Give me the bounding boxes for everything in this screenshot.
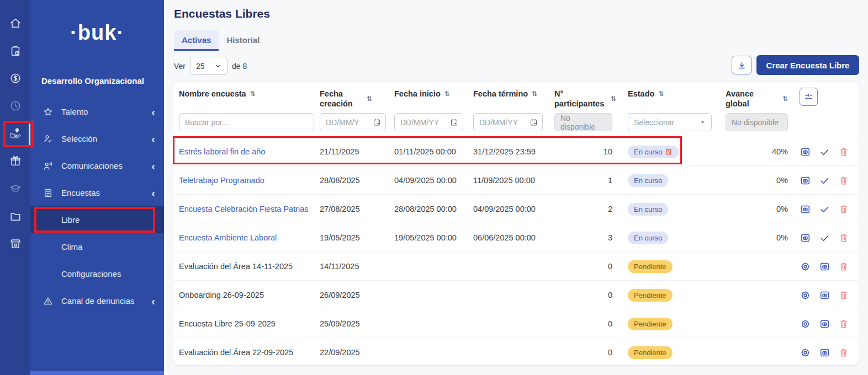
sidebar-item-seleccion[interactable]: Selección ‹ [30, 125, 164, 152]
delete-button[interactable] [838, 318, 849, 329]
delete-button[interactable] [838, 175, 849, 186]
date-input-start[interactable]: DD/MM/YY [394, 113, 463, 131]
check-button[interactable] [819, 175, 830, 186]
table-row[interactable]: Encuesta Celebración Fiesta Patrias 27/0… [173, 194, 859, 223]
survey-name-link: Teletrabajo Programado [179, 166, 314, 195]
sidebar-item-encuestas[interactable]: Encuestas ‹ [30, 179, 164, 206]
sidebar-scrollbar[interactable] [30, 371, 164, 375]
row-actions [800, 166, 849, 195]
delete-button[interactable] [838, 347, 849, 358]
settings-button[interactable] [800, 290, 811, 301]
table-row[interactable]: Evaluación del Área 14-11-2025 14/11/202… [173, 251, 859, 280]
sort-icon[interactable]: ⇅ [367, 95, 372, 103]
filter-participants: No disponible [554, 113, 612, 131]
sidebar-item-clima[interactable]: Clima [30, 233, 164, 260]
payroll-dollar-icon[interactable] [9, 72, 22, 85]
delete-button[interactable] [838, 232, 849, 243]
create-survey-button[interactable]: Crear Encuesta Libre [756, 55, 859, 75]
page-size-select[interactable]: 25 [190, 57, 227, 75]
preview-button[interactable] [819, 347, 830, 358]
state-cell: En curso [628, 137, 712, 166]
delete-button[interactable] [838, 290, 849, 301]
table-row[interactable]: Evaluación del Área 22-09-2025 22/09/202… [173, 338, 859, 366]
state-cell: En curso [628, 195, 712, 223]
chevron-left-icon: ‹ [151, 188, 155, 199]
progress-cell: 40% [726, 137, 788, 166]
column-header-end: Fecha término⇅ [473, 89, 543, 99]
calendar-icon [373, 118, 381, 126]
sort-icon[interactable]: ⇅ [658, 90, 664, 98]
sidebar-item-configuraciones[interactable]: Configuraciones [30, 260, 164, 287]
table-row[interactable]: Encuesta Ambiente Laboral 19/05/2025 19/… [173, 223, 859, 251]
delete-button[interactable] [838, 261, 849, 272]
sort-icon[interactable]: ⇅ [782, 95, 788, 103]
sidebar: ·buk· Desarrollo Organizacional Talento … [30, 0, 164, 375]
training-graduation-icon[interactable] [9, 182, 22, 195]
preview-button[interactable] [819, 261, 830, 272]
delete-button[interactable] [838, 203, 849, 215]
person-speaking-icon [43, 160, 54, 172]
table-row[interactable]: Teletrabajo Programado 28/08/2025 04/09/… [173, 165, 859, 194]
column-settings-button[interactable] [800, 88, 818, 106]
talent-hand-heart-icon[interactable] [9, 127, 22, 140]
settings-button[interactable] [800, 347, 811, 358]
date-input-created[interactable]: DD/MM/Y [320, 113, 386, 131]
table-row[interactable]: Encuesta Libre 25-09-2025 25/09/2025 0 P… [173, 309, 859, 338]
table-row[interactable]: Onboarding 26-09-2025 26/09/2025 0 Pendi… [173, 280, 859, 309]
participants-cell: 0 [554, 252, 612, 281]
start-cell: 19/05/2025 00:00 [394, 223, 463, 252]
filter-start: DD/MM/YY [394, 113, 463, 131]
tab-historial[interactable]: Historial [219, 30, 267, 51]
end-cell: 31/12/2025 23:59 [473, 137, 543, 166]
row-actions [800, 252, 849, 281]
sort-icon[interactable]: ⇅ [250, 90, 256, 98]
column-header-participants: N° participantes⇅ [554, 89, 632, 109]
state-cell: Pendiente [628, 309, 712, 338]
table-row[interactable]: Estrés laboral fin de año 21/11/2025 01/… [173, 137, 859, 165]
preview-button[interactable] [800, 175, 811, 186]
check-button[interactable] [819, 146, 830, 157]
clipboard-clock-icon[interactable] [9, 44, 22, 57]
date-input-end[interactable]: DD/MM/YY [473, 113, 543, 131]
search-input[interactable] [179, 113, 314, 131]
preview-button[interactable] [800, 232, 811, 243]
status-badge: En curso [628, 146, 679, 158]
preview-button[interactable] [800, 203, 811, 215]
preview-button[interactable] [819, 290, 830, 301]
column-header-created: Fecha creación⇅ [320, 89, 386, 109]
sort-icon[interactable]: ⇅ [532, 90, 537, 98]
marketplace-storefront-icon[interactable] [9, 237, 22, 250]
documents-folder-icon[interactable] [9, 210, 22, 223]
sidebar-item-libre[interactable]: Libre [30, 206, 164, 233]
page-size-value: 25 [196, 62, 205, 71]
table-body: Estrés laboral fin de año 21/11/2025 01/… [173, 137, 859, 366]
created-cell: 25/09/2025 [320, 309, 386, 338]
time-clock-icon[interactable] [9, 99, 22, 113]
check-button[interactable] [819, 203, 830, 215]
active-module-indicator [29, 124, 30, 146]
settings-button[interactable] [800, 318, 811, 329]
module-rail [0, 0, 30, 375]
sort-icon[interactable]: ⇅ [444, 90, 450, 98]
benefits-gift-icon[interactable] [9, 154, 22, 168]
download-button[interactable] [732, 56, 751, 74]
survey-name: Evaluación del Área 14-11-2025 [179, 252, 314, 281]
settings-button[interactable] [800, 261, 811, 272]
sidebar-item-comunicaciones[interactable]: Comunicaciones ‹ [30, 152, 164, 179]
check-button[interactable] [819, 232, 830, 243]
sidebar-item-talento[interactable]: Talento ‹ [30, 98, 164, 125]
delete-button[interactable] [838, 146, 849, 157]
state-cell: Pendiente [628, 338, 712, 367]
preview-button[interactable] [819, 318, 830, 329]
row-actions [800, 281, 849, 309]
preview-button[interactable] [800, 146, 811, 157]
survey-name: Onboarding 26-09-2025 [179, 281, 314, 309]
sort-icon[interactable]: ⇅ [611, 95, 616, 103]
tab-activas[interactable]: Activas [174, 30, 219, 51]
person-check-icon [43, 133, 54, 144]
end-cell: 11/09/2025 00:00 [473, 166, 543, 195]
state-select[interactable]: Seleccionar [628, 113, 712, 131]
filter-name [179, 113, 314, 131]
home-icon[interactable] [9, 17, 22, 30]
sidebar-item-canal-denuncias[interactable]: Canal de denuncias ‹ [30, 287, 164, 314]
